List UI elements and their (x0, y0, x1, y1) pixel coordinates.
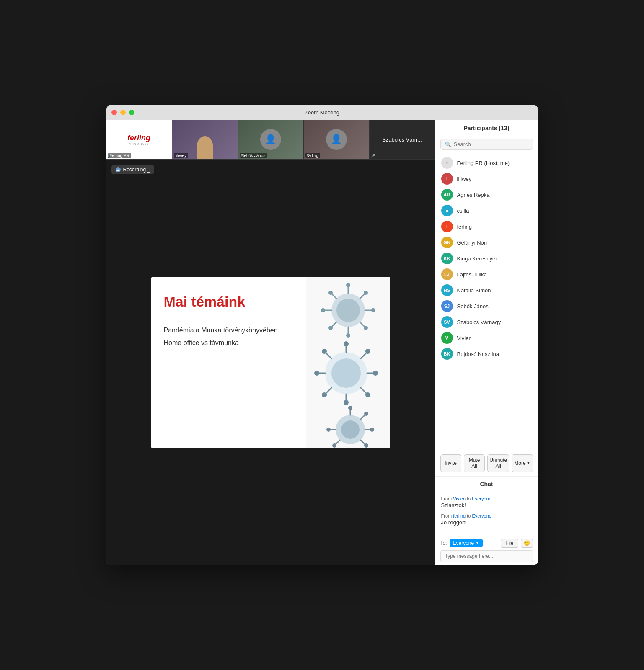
chat-msg-text-2: Jó reggelt! (441, 519, 532, 526)
svg-point-12 (346, 333, 350, 338)
thumb-label-liliwey: liliwey (174, 153, 189, 158)
avatar-csilla: c (441, 205, 453, 216)
avatar-szabolcs-varnagy: SV (441, 316, 453, 328)
chat-section: Chat From Vivien to Everyone: Sziasztok! (435, 476, 538, 565)
svg-point-48 (332, 443, 336, 448)
thumbnail-liliwey[interactable]: liliwey (172, 120, 238, 159)
left-panel: ferling ANNO 1993 Ferling PR 🎤 liliwey (106, 120, 435, 565)
chat-msg-sender-2: ferling (453, 513, 466, 518)
szabolcs-name: Szabolcs Várn... (382, 137, 422, 143)
svg-point-26 (373, 371, 378, 376)
svg-point-38 (341, 420, 360, 439)
close-button[interactable] (111, 110, 117, 115)
svg-point-34 (314, 371, 319, 376)
slide-title: Mai témáink (164, 294, 294, 310)
chat-msg-to-1: Everyone (472, 496, 491, 501)
right-panel: Participants (13) 🔍 f Ferling PR (Host, … (435, 120, 538, 565)
participant-name-ferling: ferling (457, 224, 532, 230)
participant-ferling-pr[interactable]: f Ferling PR (Host, me) (435, 155, 538, 171)
chat-header: Chat (435, 477, 538, 492)
chat-to-dropdown[interactable]: Everyone ▼ (450, 539, 483, 547)
chat-message-2: From ferling to Everyone: Jó reggelt! (441, 513, 532, 526)
virus-svg (308, 277, 388, 448)
recording-badge: ☁ Recording _ (111, 165, 155, 174)
avatar-ferling: f (441, 221, 453, 232)
chat-input-area: To: Everyone ▼ File 🙂 (435, 535, 538, 565)
avatar-bujdoso-krisztina: BK (441, 348, 453, 360)
participant-name-kinga-keresnyei: Kinga Keresnyei (457, 255, 532, 262)
svg-point-50 (326, 428, 331, 432)
mute-all-button[interactable]: Mute All (464, 454, 485, 472)
chat-msg-to-2: Everyone (472, 513, 491, 518)
title-bar: Zoom Meeting (106, 105, 538, 120)
svg-point-24 (365, 349, 370, 354)
chat-msg-sender-1: Vivien (453, 496, 466, 501)
participant-liliwey[interactable]: I liliwey (435, 171, 538, 187)
search-input[interactable] (454, 141, 528, 147)
szabolcs-content: Szabolcs Várn... (370, 120, 435, 159)
mute-icon-ferling: 🎤 (107, 154, 112, 158)
avatar-ferling-pr: f (441, 157, 453, 169)
svg-point-16 (321, 308, 325, 312)
ferling-logo-sub: ANNO 1993 (127, 142, 150, 145)
participant-szabolcs-varnagy[interactable]: SV Szabolcs Várnagy (435, 314, 538, 330)
chat-emoji-button[interactable]: 🙂 (521, 539, 533, 548)
svg-point-10 (364, 326, 368, 330)
svg-point-4 (346, 283, 350, 287)
traffic-lights (111, 110, 134, 115)
participant-name-bujdoso-krisztina: Bujdosó Krisztina (457, 351, 532, 357)
participant-name-ferling-pr: Ferling PR (Host, me) (457, 160, 532, 166)
thumbnail-szabolcs[interactable]: Szabolcs Várn... 🎤 (370, 120, 435, 159)
chat-to-label: To: (440, 540, 447, 546)
participant-ferling[interactable]: f ferling (435, 219, 538, 234)
chat-message-input[interactable] (440, 550, 533, 562)
avatar-sebok-janos: SJ (441, 300, 453, 312)
mute-icon-ferling-thumb: 🎤 (305, 154, 310, 158)
search-icon: 🔍 (445, 142, 451, 147)
svg-point-32 (322, 392, 327, 397)
minimize-button[interactable] (120, 110, 126, 115)
search-box[interactable]: 🔍 (440, 139, 533, 150)
presentation-area: Mai témáink Pandémia a Munka törvényköny… (106, 160, 435, 565)
participants-list: f Ferling PR (Host, me) I liliwey AR Agn… (435, 153, 538, 450)
unmute-all-button[interactable]: Unmute All (487, 454, 509, 472)
participant-name-natalia-simon: Natália Simon (457, 287, 532, 294)
slide-content: Mai témáink Pandémia a Munka törvényköny… (151, 277, 306, 448)
participant-bujdoso-krisztina[interactable]: BK Bujdosó Krisztina (435, 346, 538, 362)
participant-name-szabolcs-varnagy: Szabolcs Várnagy (457, 319, 532, 325)
avatar-kinga-keresnyei: KK (441, 253, 453, 264)
participant-name-lajtos-julika: Lajtos Julika (457, 271, 532, 278)
svg-point-22 (344, 341, 349, 346)
participants-footer: Invite Mute All Unmute All More ▼ (435, 450, 538, 476)
participant-natalia-simon[interactable]: NS Natália Simon (435, 282, 538, 298)
svg-point-30 (344, 400, 349, 405)
participant-lajtos-julika[interactable]: LJ Lajtos Julika (435, 266, 538, 282)
thumbnails-strip: ferling ANNO 1993 Ferling PR 🎤 liliwey (106, 120, 435, 160)
svg-point-18 (328, 291, 333, 295)
avatar-agnes-repka: AR (441, 189, 453, 201)
thumbnail-ferling-thumb[interactable]: 👤 ferling 🎤 (304, 120, 370, 159)
recording-label: Recording _ (123, 167, 150, 173)
main-content: ferling ANNO 1993 Ferling PR 🎤 liliwey (106, 120, 538, 565)
participant-gelanyi-nori[interactable]: GN Gelányi Nóri (435, 234, 538, 250)
participant-agnes-repka[interactable]: AR Agnes Repka (435, 187, 538, 203)
participant-vivien[interactable]: V Vivien (435, 330, 538, 346)
svg-point-42 (364, 412, 368, 416)
svg-point-40 (348, 406, 352, 410)
participant-name-csilla: csilla (457, 208, 532, 214)
thumbnail-ferling-pr[interactable]: ferling ANNO 1993 Ferling PR 🎤 (106, 120, 172, 159)
avatar-liliwey: I (441, 173, 453, 185)
participant-sebok-janos[interactable]: SJ Sebők János (435, 298, 538, 314)
participant-name-liliwey: liliwey (457, 176, 532, 182)
chat-file-button[interactable]: File (501, 539, 518, 548)
mute-icon-sebok: 🎤 (239, 154, 244, 158)
invite-button[interactable]: Invite (440, 454, 461, 472)
thumbnail-sebok[interactable]: 👤 Sebők János 🎤 (238, 120, 304, 159)
avatar-gelanyi-nori: GN (441, 237, 453, 248)
avatar-natalia-simon: NS (441, 284, 453, 296)
participant-csilla[interactable]: c csilla (435, 203, 538, 219)
more-button[interactable]: More ▼ (512, 454, 533, 472)
fullscreen-button[interactable] (129, 110, 134, 115)
participant-kinga-keresnyei[interactable]: KK Kinga Keresnyei (435, 250, 538, 266)
mute-icon-szabolcs: 🎤 (370, 154, 375, 158)
